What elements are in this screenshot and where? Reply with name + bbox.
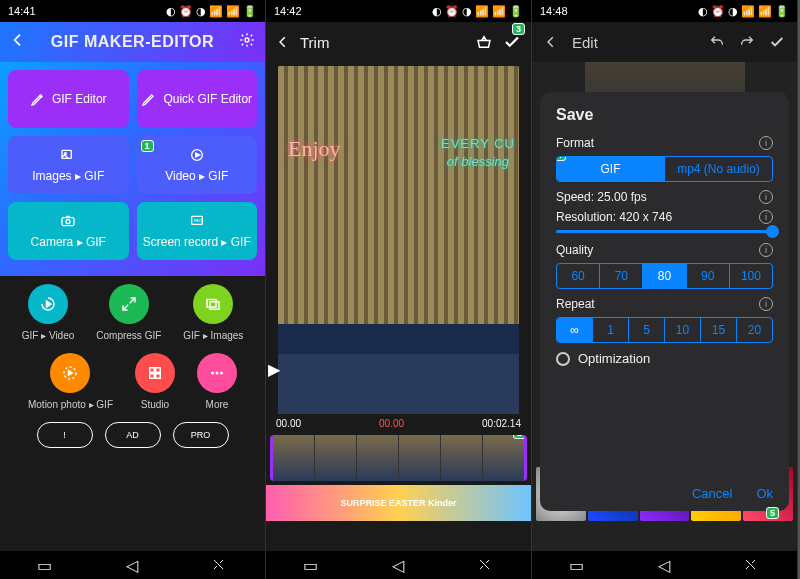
back-icon[interactable] xyxy=(10,32,26,52)
studio-label: Studio xyxy=(141,399,169,410)
svg-point-0 xyxy=(245,38,249,42)
bottom-pills: ! AD PRO xyxy=(0,414,265,456)
play-icon[interactable]: ▶ xyxy=(268,360,280,379)
nav-back-icon[interactable]: ⛌ xyxy=(478,556,494,574)
quality-80[interactable]: 80 xyxy=(643,264,686,288)
status-time: 14:48 xyxy=(540,5,568,17)
status-icons: ◐ ⏰ ◑ 📶 📶 🔋 xyxy=(166,5,257,18)
svg-rect-11 xyxy=(150,368,155,373)
badge-2: 2 xyxy=(513,435,526,439)
svg-rect-14 xyxy=(156,374,161,379)
nav-home-icon[interactable]: ◁ xyxy=(658,556,670,575)
quality-100[interactable]: 100 xyxy=(730,264,772,288)
gif-to-video-button[interactable]: GIF ▸ Video xyxy=(22,284,75,341)
nav-home-icon[interactable]: ◁ xyxy=(392,556,404,575)
camera-gif-label: Camera ▸ GIF xyxy=(31,235,106,249)
repeat-segment: ∞ 1 5 10 15 20 xyxy=(556,317,773,343)
time-row: 00.00 00.00 00:02.14 xyxy=(266,414,531,433)
video-preview[interactable]: Enjoy EVERY CU of blessing xyxy=(278,66,519,414)
motion-photo-button[interactable]: Motion photo ▸ GIF xyxy=(28,353,113,410)
pro-pill[interactable]: PRO xyxy=(173,422,229,448)
neon-text-1: Enjoy xyxy=(288,136,341,161)
info-icon[interactable]: i xyxy=(759,210,773,224)
repeat-label: Repeat xyxy=(556,297,595,311)
gif-editor-button[interactable]: GIF Editor xyxy=(8,70,129,128)
cancel-button[interactable]: Cancel xyxy=(692,486,732,501)
ad-pill[interactable]: AD xyxy=(105,422,161,448)
frame-strip[interactable]: 2 xyxy=(270,435,527,481)
format-gif-option[interactable]: GIF xyxy=(557,157,665,181)
more-label: More xyxy=(206,399,229,410)
svg-text:REC: REC xyxy=(193,218,202,223)
back-icon[interactable] xyxy=(544,35,558,49)
repeat-1[interactable]: 1 xyxy=(593,318,629,342)
repeat-15[interactable]: 15 xyxy=(701,318,737,342)
quality-segment: 60 70 80 90 100 xyxy=(556,263,773,289)
nav-bar: ▭ ◁ ⛌ xyxy=(0,551,265,579)
svg-rect-8 xyxy=(207,300,216,308)
time-start: 00.00 xyxy=(276,418,301,429)
studio-button[interactable]: Studio xyxy=(135,353,175,410)
svg-point-17 xyxy=(220,372,223,375)
tool-row-1: GIF ▸ Video Compress GIF GIF ▸ Images xyxy=(0,276,265,345)
badge-5: 5 xyxy=(766,507,779,519)
settings-icon[interactable] xyxy=(239,32,255,52)
more-button[interactable]: More xyxy=(197,353,237,410)
info-icon[interactable]: i xyxy=(759,243,773,257)
nav-back-icon[interactable]: ⛌ xyxy=(744,556,760,574)
camera-to-gif-button[interactable]: Camera ▸ GIF xyxy=(8,202,129,260)
badge-1: 1 xyxy=(141,140,154,152)
basket-icon[interactable] xyxy=(475,33,493,51)
images-gif-label: Images ▸ GIF xyxy=(32,169,104,183)
info-icon[interactable]: i xyxy=(759,297,773,311)
ad-banner[interactable]: SURPRISE EASTER Kinder xyxy=(266,485,531,521)
gif-images-label: GIF ▸ Images xyxy=(183,330,243,341)
nav-bar: ▭ ◁ ⛌ xyxy=(532,551,797,579)
screen-record-gif-button[interactable]: REC Screen record ▸ GIF xyxy=(137,202,258,260)
format-mp4-option[interactable]: mp4 (No audio) xyxy=(665,157,772,181)
main-grid: GIF Editor Quick GIF Editor Images ▸ GIF… xyxy=(0,62,265,276)
app-header: GIF MAKER-EDITOR xyxy=(0,22,265,62)
speed-label: Speed xyxy=(556,190,591,204)
svg-point-15 xyxy=(211,372,214,375)
repeat-10[interactable]: 10 xyxy=(665,318,701,342)
video-to-gif-button[interactable]: 1 Video ▸ GIF xyxy=(137,136,258,194)
time-end: 00:02.14 xyxy=(482,418,521,429)
quality-90[interactable]: 90 xyxy=(687,264,730,288)
nav-recent-icon[interactable]: ▭ xyxy=(37,556,52,575)
undo-icon[interactable] xyxy=(709,34,725,50)
confirm-icon[interactable] xyxy=(769,34,785,50)
ok-button[interactable]: Ok xyxy=(756,486,773,501)
repeat-inf[interactable]: ∞ xyxy=(557,318,593,342)
gif-to-images-button[interactable]: GIF ▸ Images xyxy=(183,284,243,341)
optimization-toggle[interactable]: Optimization xyxy=(556,351,773,366)
optimization-label: Optimization xyxy=(578,351,650,366)
repeat-20[interactable]: 20 xyxy=(737,318,772,342)
nav-back-icon[interactable]: ⛌ xyxy=(212,556,228,574)
redo-icon[interactable] xyxy=(739,34,755,50)
quality-70[interactable]: 70 xyxy=(600,264,643,288)
nav-recent-icon[interactable]: ▭ xyxy=(569,556,584,575)
images-to-gif-button[interactable]: Images ▸ GIF xyxy=(8,136,129,194)
ad-text: SURPRISE EASTER Kinder xyxy=(340,498,456,508)
svg-rect-4 xyxy=(62,218,74,226)
info-pill[interactable]: ! xyxy=(37,422,93,448)
resolution-label: Resolution xyxy=(556,210,613,224)
back-icon[interactable] xyxy=(276,35,290,49)
screen-gif-maker: 14:41 ◐ ⏰ ◑ 📶 📶 🔋 GIF MAKER-EDITOR GIF E… xyxy=(0,0,266,579)
quality-60[interactable]: 60 xyxy=(557,264,600,288)
repeat-5[interactable]: 5 xyxy=(629,318,665,342)
compress-gif-button[interactable]: Compress GIF xyxy=(96,284,161,341)
screen-save: 14:48 ◐ ⏰ ◑ 📶 📶 🔋 Edit Save Formati 4 GI… xyxy=(532,0,798,579)
screen-trim: 14:42 ◐ ⏰ ◑ 📶 📶 🔋 Trim 3 Enjoy EVERY CU … xyxy=(266,0,532,579)
confirm-icon[interactable]: 3 xyxy=(503,33,521,51)
nav-recent-icon[interactable]: ▭ xyxy=(303,556,318,575)
format-label: Format xyxy=(556,136,594,150)
info-icon[interactable]: i xyxy=(759,190,773,204)
compress-label: Compress GIF xyxy=(96,330,161,341)
nav-home-icon[interactable]: ◁ xyxy=(126,556,138,575)
resolution-slider[interactable] xyxy=(556,230,773,233)
info-icon[interactable]: i xyxy=(759,136,773,150)
trim-header: Trim 3 xyxy=(266,22,531,62)
quick-gif-editor-button[interactable]: Quick GIF Editor xyxy=(137,70,258,128)
